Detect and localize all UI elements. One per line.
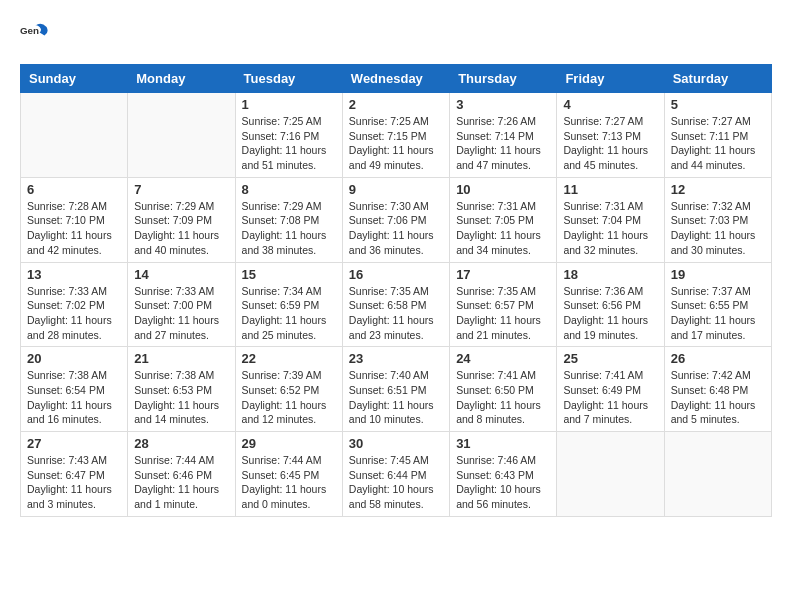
day-info: Sunrise: 7:46 AMSunset: 6:43 PMDaylight:… [456,453,550,512]
calendar-week-row: 27Sunrise: 7:43 AMSunset: 6:47 PMDayligh… [21,432,772,517]
calendar-cell: 8Sunrise: 7:29 AMSunset: 7:08 PMDaylight… [235,177,342,262]
calendar-cell: 5Sunrise: 7:27 AMSunset: 7:11 PMDaylight… [664,93,771,178]
calendar-cell: 20Sunrise: 7:38 AMSunset: 6:54 PMDayligh… [21,347,128,432]
calendar-cell: 21Sunrise: 7:38 AMSunset: 6:53 PMDayligh… [128,347,235,432]
calendar-cell: 27Sunrise: 7:43 AMSunset: 6:47 PMDayligh… [21,432,128,517]
day-info: Sunrise: 7:36 AMSunset: 6:56 PMDaylight:… [563,284,657,343]
calendar-cell: 23Sunrise: 7:40 AMSunset: 6:51 PMDayligh… [342,347,449,432]
day-number: 17 [456,267,550,282]
day-number: 18 [563,267,657,282]
page-header: Gen [20,20,772,48]
svg-text:Gen: Gen [20,25,39,36]
weekday-header-tuesday: Tuesday [235,65,342,93]
day-number: 6 [27,182,121,197]
day-number: 30 [349,436,443,451]
day-info: Sunrise: 7:33 AMSunset: 7:00 PMDaylight:… [134,284,228,343]
calendar-cell: 30Sunrise: 7:45 AMSunset: 6:44 PMDayligh… [342,432,449,517]
calendar-cell: 16Sunrise: 7:35 AMSunset: 6:58 PMDayligh… [342,262,449,347]
day-info: Sunrise: 7:38 AMSunset: 6:54 PMDaylight:… [27,368,121,427]
day-info: Sunrise: 7:44 AMSunset: 6:46 PMDaylight:… [134,453,228,512]
weekday-header-friday: Friday [557,65,664,93]
calendar-week-row: 1Sunrise: 7:25 AMSunset: 7:16 PMDaylight… [21,93,772,178]
day-number: 10 [456,182,550,197]
calendar-cell: 28Sunrise: 7:44 AMSunset: 6:46 PMDayligh… [128,432,235,517]
calendar-cell: 19Sunrise: 7:37 AMSunset: 6:55 PMDayligh… [664,262,771,347]
weekday-header-row: SundayMondayTuesdayWednesdayThursdayFrid… [21,65,772,93]
day-info: Sunrise: 7:30 AMSunset: 7:06 PMDaylight:… [349,199,443,258]
calendar-cell: 29Sunrise: 7:44 AMSunset: 6:45 PMDayligh… [235,432,342,517]
day-number: 12 [671,182,765,197]
day-info: Sunrise: 7:45 AMSunset: 6:44 PMDaylight:… [349,453,443,512]
day-number: 3 [456,97,550,112]
day-info: Sunrise: 7:25 AMSunset: 7:16 PMDaylight:… [242,114,336,173]
calendar-cell: 1Sunrise: 7:25 AMSunset: 7:16 PMDaylight… [235,93,342,178]
calendar-week-row: 20Sunrise: 7:38 AMSunset: 6:54 PMDayligh… [21,347,772,432]
day-info: Sunrise: 7:41 AMSunset: 6:50 PMDaylight:… [456,368,550,427]
day-number: 4 [563,97,657,112]
day-number: 31 [456,436,550,451]
calendar-cell: 14Sunrise: 7:33 AMSunset: 7:00 PMDayligh… [128,262,235,347]
calendar-cell [664,432,771,517]
day-number: 15 [242,267,336,282]
day-number: 23 [349,351,443,366]
logo: Gen [20,20,52,48]
day-number: 1 [242,97,336,112]
calendar-cell: 10Sunrise: 7:31 AMSunset: 7:05 PMDayligh… [450,177,557,262]
day-info: Sunrise: 7:27 AMSunset: 7:11 PMDaylight:… [671,114,765,173]
day-number: 2 [349,97,443,112]
day-info: Sunrise: 7:34 AMSunset: 6:59 PMDaylight:… [242,284,336,343]
logo-icon: Gen [20,20,48,48]
calendar-cell: 22Sunrise: 7:39 AMSunset: 6:52 PMDayligh… [235,347,342,432]
day-number: 22 [242,351,336,366]
day-number: 16 [349,267,443,282]
day-number: 28 [134,436,228,451]
day-info: Sunrise: 7:35 AMSunset: 6:57 PMDaylight:… [456,284,550,343]
day-info: Sunrise: 7:41 AMSunset: 6:49 PMDaylight:… [563,368,657,427]
calendar-cell: 18Sunrise: 7:36 AMSunset: 6:56 PMDayligh… [557,262,664,347]
calendar-cell: 31Sunrise: 7:46 AMSunset: 6:43 PMDayligh… [450,432,557,517]
weekday-header-monday: Monday [128,65,235,93]
calendar-cell: 11Sunrise: 7:31 AMSunset: 7:04 PMDayligh… [557,177,664,262]
day-number: 29 [242,436,336,451]
day-info: Sunrise: 7:44 AMSunset: 6:45 PMDaylight:… [242,453,336,512]
day-number: 21 [134,351,228,366]
day-info: Sunrise: 7:32 AMSunset: 7:03 PMDaylight:… [671,199,765,258]
day-info: Sunrise: 7:39 AMSunset: 6:52 PMDaylight:… [242,368,336,427]
day-info: Sunrise: 7:37 AMSunset: 6:55 PMDaylight:… [671,284,765,343]
day-number: 19 [671,267,765,282]
day-info: Sunrise: 7:28 AMSunset: 7:10 PMDaylight:… [27,199,121,258]
day-info: Sunrise: 7:29 AMSunset: 7:08 PMDaylight:… [242,199,336,258]
calendar-cell [128,93,235,178]
calendar-cell: 15Sunrise: 7:34 AMSunset: 6:59 PMDayligh… [235,262,342,347]
calendar-cell: 4Sunrise: 7:27 AMSunset: 7:13 PMDaylight… [557,93,664,178]
weekday-header-wednesday: Wednesday [342,65,449,93]
weekday-header-sunday: Sunday [21,65,128,93]
day-number: 9 [349,182,443,197]
day-number: 27 [27,436,121,451]
calendar-week-row: 13Sunrise: 7:33 AMSunset: 7:02 PMDayligh… [21,262,772,347]
calendar-cell: 6Sunrise: 7:28 AMSunset: 7:10 PMDaylight… [21,177,128,262]
day-number: 13 [27,267,121,282]
calendar-cell [21,93,128,178]
calendar-cell: 9Sunrise: 7:30 AMSunset: 7:06 PMDaylight… [342,177,449,262]
weekday-header-saturday: Saturday [664,65,771,93]
calendar-cell: 24Sunrise: 7:41 AMSunset: 6:50 PMDayligh… [450,347,557,432]
day-info: Sunrise: 7:31 AMSunset: 7:04 PMDaylight:… [563,199,657,258]
calendar-cell [557,432,664,517]
day-number: 25 [563,351,657,366]
day-number: 20 [27,351,121,366]
calendar-week-row: 6Sunrise: 7:28 AMSunset: 7:10 PMDaylight… [21,177,772,262]
day-info: Sunrise: 7:38 AMSunset: 6:53 PMDaylight:… [134,368,228,427]
calendar-cell: 17Sunrise: 7:35 AMSunset: 6:57 PMDayligh… [450,262,557,347]
day-info: Sunrise: 7:33 AMSunset: 7:02 PMDaylight:… [27,284,121,343]
day-number: 11 [563,182,657,197]
day-number: 26 [671,351,765,366]
day-number: 24 [456,351,550,366]
calendar-cell: 12Sunrise: 7:32 AMSunset: 7:03 PMDayligh… [664,177,771,262]
day-info: Sunrise: 7:29 AMSunset: 7:09 PMDaylight:… [134,199,228,258]
day-number: 7 [134,182,228,197]
calendar: SundayMondayTuesdayWednesdayThursdayFrid… [20,64,772,517]
day-info: Sunrise: 7:27 AMSunset: 7:13 PMDaylight:… [563,114,657,173]
day-number: 5 [671,97,765,112]
calendar-cell: 26Sunrise: 7:42 AMSunset: 6:48 PMDayligh… [664,347,771,432]
